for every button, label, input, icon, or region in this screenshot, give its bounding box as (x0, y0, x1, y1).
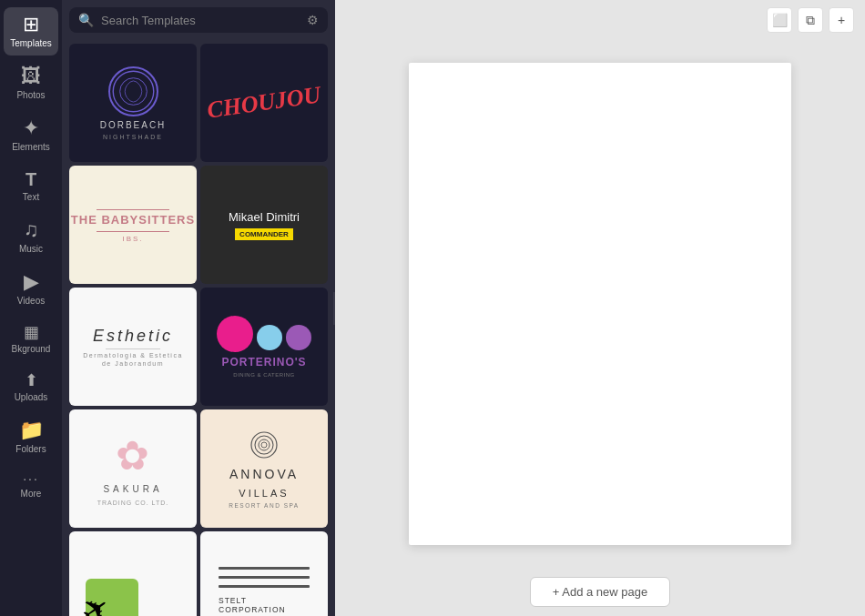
stelt-line1 (219, 567, 310, 570)
sidebar-item-videos[interactable]: ▶ Videos (4, 265, 58, 313)
sidebar-item-more[interactable]: ··· More (4, 465, 58, 506)
sidebar-item-label: Text (23, 192, 39, 202)
templates-icon: ⊞ (23, 15, 39, 35)
music-icon: ♫ (24, 220, 39, 240)
template-card-plane[interactable]: ✈ (69, 531, 197, 616)
porterino-circles (217, 316, 311, 352)
sidebar-item-label: Photos (16, 90, 45, 100)
mikael-badge: COMMANDER (235, 228, 293, 240)
bkground-icon: ▦ (24, 324, 39, 340)
uploads-icon: ⬆ (25, 372, 38, 389)
sidebar-item-label: Folders (15, 444, 46, 454)
sidebar-item-photos[interactable]: 🖼 Photos (4, 59, 58, 107)
search-input[interactable] (101, 14, 300, 27)
more-icon: ··· (23, 472, 39, 485)
sakura-sub: TRADING CO. LTD. (97, 500, 168, 506)
esthetic-line (106, 348, 160, 349)
canvas-toolbar: ⬜ ⧉ + (335, 0, 865, 40)
porterino-name: PORTERINO'S (221, 356, 306, 369)
babysitters-line-bottom (97, 231, 169, 232)
mikael-content: Mikael Dimitri COMMANDER (229, 210, 300, 240)
esthetic-sub2: de Jaborandum (83, 360, 183, 367)
sidebar-item-text[interactable]: T Text (4, 163, 58, 209)
sidebar-item-bkground[interactable]: ▦ Bkground (4, 317, 58, 361)
annova-content: ANNOVA VILLAS RESORT AND SPA (229, 429, 299, 509)
dorbeach-name: Dorbeach (100, 120, 167, 130)
stelt-content: STELT CORPORATION (200, 567, 328, 614)
sidebar-item-label: Templates (10, 38, 52, 48)
sidebar-item-label: Bkground (12, 344, 51, 354)
svg-point-3 (255, 436, 273, 454)
template-row: Esthetic Dermatologia & Estetica de Jabo… (69, 288, 328, 406)
search-icon: 🔍 (78, 13, 94, 27)
add-page-top-button[interactable]: + (829, 7, 854, 33)
sidebar-item-uploads[interactable]: ⬆ Uploads (4, 365, 58, 409)
template-card-stelt[interactable]: STELT CORPORATION (200, 531, 328, 616)
template-card-sakura[interactable]: ✿ SAKURA TRADING CO. LTD. (69, 409, 197, 528)
template-row: ✈ STELT CORPORATION (69, 531, 328, 616)
template-card-mikael[interactable]: Mikael Dimitri COMMANDER (200, 166, 328, 284)
elements-icon: ✦ (23, 118, 39, 138)
sidebar-item-music[interactable]: ♫ Music (4, 213, 58, 261)
sidebar: ⊞ Templates 🖼 Photos ✦ Elements T Text ♫… (0, 0, 62, 616)
svg-point-5 (261, 442, 267, 448)
annova-villas: VILLAS (239, 488, 289, 499)
choujou-text: CHOUJOU (206, 81, 323, 124)
sidebar-item-folders[interactable]: 📁 Folders (4, 413, 58, 461)
babysitters-name: THE BABYSITTERS (71, 213, 195, 228)
svg-point-0 (113, 71, 154, 112)
porterino-sub: DINING & CATERING (233, 372, 294, 378)
esthetic-sub: Dermatologia & Estetica (83, 352, 183, 358)
porterino-circle-blue (257, 325, 282, 350)
esthetic-title: Esthetic (83, 327, 183, 346)
filter-icon[interactable]: ⚙ (307, 13, 319, 27)
stelt-line2 (219, 576, 310, 579)
sidebar-item-label: More (21, 489, 42, 499)
frame-button[interactable]: ⬜ (767, 7, 792, 33)
text-icon: T (25, 170, 36, 188)
copy-button[interactable]: ⧉ (798, 7, 823, 33)
dorbeach-content: Dorbeach NIGHTSHADE (100, 66, 167, 140)
annova-spiral-icon (248, 429, 280, 461)
stelt-name: STELT CORPORATION (219, 596, 310, 614)
template-card-annova[interactable]: ANNOVA VILLAS RESORT AND SPA (200, 409, 328, 528)
template-card-porterino[interactable]: PORTERINO'S DINING & CATERING (200, 288, 328, 406)
porterino-circle-pink (217, 316, 253, 352)
template-card-babysitters[interactable]: THE BABYSITTERS IBS. (69, 166, 197, 284)
template-card-choujou[interactable]: CHOUJOU (200, 44, 328, 162)
templates-grid: Dorbeach NIGHTSHADE CHOUJOU THE BABYSITT… (62, 40, 335, 616)
sidebar-item-templates[interactable]: ⊞ Templates (4, 7, 58, 56)
search-bar: 🔍 ⚙ (69, 7, 328, 33)
photos-icon: 🖼 (21, 66, 41, 86)
porterino-content: PORTERINO'S DINING & CATERING (217, 316, 311, 378)
dorbeach-sub: NIGHTSHADE (103, 134, 163, 140)
porterino-circle-purple (286, 325, 311, 350)
template-row: THE BABYSITTERS IBS. Mikael Dimitri COMM… (69, 166, 328, 284)
sidebar-item-elements[interactable]: ✦ Elements (4, 111, 58, 159)
template-row: ✿ SAKURA TRADING CO. LTD. ANNOVA VILLAS … (69, 409, 328, 528)
canvas-bottom: + Add a new page (335, 568, 865, 616)
esthetic-content: Esthetic Dermatologia & Estetica de Jabo… (83, 327, 183, 367)
template-card-dorbeach[interactable]: Dorbeach NIGHTSHADE (69, 44, 197, 162)
stelt-line3 (219, 585, 310, 588)
dorbeach-circle (108, 66, 158, 116)
mikael-name: Mikael Dimitri (229, 210, 300, 224)
template-card-esthetic[interactable]: Esthetic Dermatologia & Estetica de Jabo… (69, 288, 197, 406)
collapse-handle[interactable]: ‹ (333, 292, 335, 325)
sidebar-item-label: Videos (17, 296, 45, 306)
svg-point-4 (259, 439, 270, 450)
sakura-name: SAKURA (103, 484, 162, 494)
babysitters-content: THE BABYSITTERS IBS. (71, 207, 195, 243)
main-area: ⬜ ⧉ + + Add a new page (335, 0, 865, 616)
sidebar-item-label: Music (19, 244, 43, 254)
videos-icon: ▶ (24, 272, 39, 292)
sakura-flower-icon: ✿ (116, 432, 149, 479)
add-page-button[interactable]: + Add a new page (530, 577, 670, 607)
sidebar-item-label: Uploads (15, 392, 48, 402)
canvas-page (409, 63, 791, 545)
canvas-area (335, 40, 865, 568)
add-icon: + (838, 13, 845, 27)
annova-resort: RESORT AND SPA (229, 502, 299, 509)
folders-icon: 📁 (19, 420, 44, 440)
svg-point-1 (119, 77, 147, 105)
